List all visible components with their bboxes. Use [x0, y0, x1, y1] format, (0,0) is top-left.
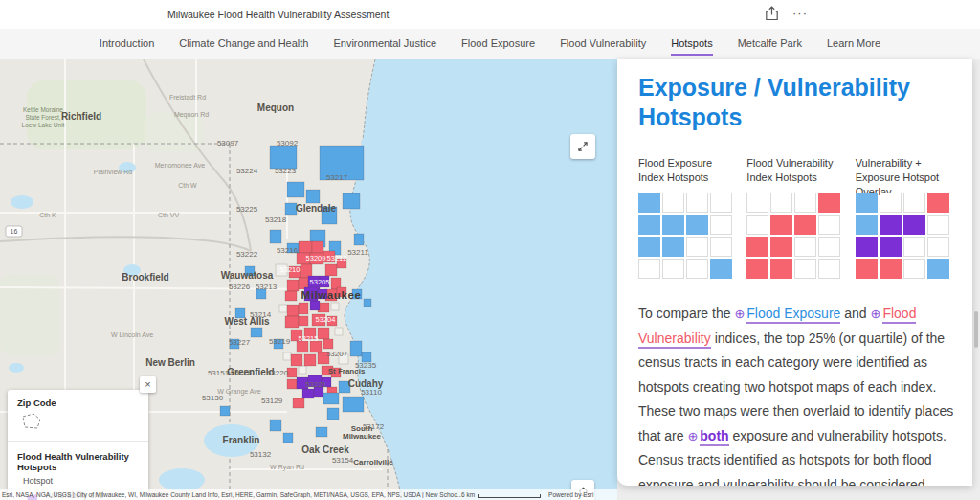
map-label: Wauwatosa [221, 270, 274, 281]
map-label: 53204 [316, 315, 336, 324]
tab-environmental-justice[interactable]: Environmental Justice [333, 34, 436, 56]
hotspot-figures: Flood Exposure Index HotspotsFlood Vulne… [638, 156, 949, 279]
map-label: 53223 [275, 167, 297, 175]
census-tract [354, 234, 364, 245]
grid-cell [818, 215, 840, 235]
map-label: 53214 [250, 310, 272, 319]
legend-hotspots-title: Flood Health Vulnerability Hotspots [17, 451, 139, 472]
grid-cell [638, 259, 660, 279]
census-tract [343, 397, 364, 412]
census-tract [220, 406, 230, 416]
expand-icon [576, 140, 590, 153]
map-label: Mequon Rd [174, 111, 209, 119]
census-tract [323, 393, 339, 404]
app-title: Milwaukee Flood Health Vulnerability Ass… [167, 9, 389, 20]
scale-bar: 6 km [461, 491, 541, 498]
story-panel: Exposure / Vulnerability Hotspots Flood … [617, 59, 972, 486]
census-tract [299, 316, 308, 326]
map-container[interactable]: 16 MilwaukeeMequonRichfieldBrookfieldWau… [0, 59, 617, 500]
tab-flood-vulnerability[interactable]: Flood Vulnerability [560, 34, 646, 56]
zip-code-polygon-icon [19, 412, 44, 431]
map-label: 53212 [327, 254, 347, 262]
grid-cell [927, 215, 949, 235]
panel-paragraph: To compare the ⊕Flood Exposure and ⊕Floo… [638, 302, 956, 486]
grid-cell [880, 215, 902, 235]
map-label: 53213 [256, 283, 278, 291]
map-label: 53217 [326, 173, 348, 182]
legend-zip-title: Zip Code [17, 398, 139, 408]
grid-cell [903, 193, 925, 213]
census-tract [302, 389, 314, 398]
census-tract [270, 230, 281, 243]
map-label: W Grange Ave [217, 388, 261, 396]
map-label: Carrollville [353, 458, 393, 466]
map-label: State Forest, [25, 114, 60, 121]
grid-cell [903, 237, 925, 257]
figure-label: Flood Exposure Index Hotspots [638, 156, 732, 187]
scale-line [478, 494, 541, 498]
map-label: 53218 [265, 216, 287, 224]
map-label: Kettle Moraine [23, 106, 63, 113]
census-tract [364, 299, 371, 307]
map-label: Cth K [39, 212, 56, 218]
hotspot-grid [856, 193, 949, 279]
figure-2: Flood Vulnerability Index Hotspots [746, 156, 840, 279]
circle-plus-icon: ⊕ [734, 307, 745, 321]
more-options-button[interactable]: ··· [787, 2, 810, 23]
route-badge: 16 [6, 226, 22, 237]
header-bar: Milwaukee Flood Health Vulnerability Ass… [0, 0, 980, 29]
grid-cell [638, 193, 660, 213]
grid-cell [856, 259, 878, 279]
flood-exposure-link[interactable]: Flood Exposure [746, 306, 840, 324]
tab-flood-exposure[interactable]: Flood Exposure [461, 34, 535, 56]
map-label: 53210 [280, 265, 301, 274]
map-label: 53215 [299, 334, 319, 343]
census-tract [343, 193, 360, 209]
tab-hotspots[interactable]: Hotspots [671, 34, 712, 56]
map-label: Cth W [178, 182, 197, 189]
panel-heading: Exposure / Vulnerability Hotspots [638, 73, 925, 131]
census-tract [270, 420, 281, 431]
scrollbar-thumb[interactable] [974, 311, 978, 348]
grid-cell [686, 193, 708, 213]
legend-close-button[interactable]: × [140, 376, 156, 393]
map-label: 53110 [361, 388, 382, 397]
map-label: Menomonee Ave [155, 162, 206, 169]
map-label: 53220 [267, 369, 289, 377]
census-tract [293, 398, 304, 408]
fullscreen-button[interactable] [570, 134, 595, 159]
tab-climate-change-and-health[interactable]: Climate Change and Health [179, 34, 308, 56]
map-label: 53172 [363, 422, 385, 431]
tab-learn-more[interactable]: Learn More [827, 34, 880, 56]
map-label: New Berlin [145, 357, 195, 368]
tab-metcalfe-park[interactable]: Metcalfe Park [738, 34, 802, 56]
map-label: 53130 [202, 394, 224, 402]
both-link[interactable]: both [700, 428, 728, 446]
map-label: 53235 [355, 361, 377, 370]
map-label: Brookfield [122, 272, 168, 283]
census-tract [285, 291, 297, 301]
share-button[interactable] [762, 6, 781, 23]
census-tract [325, 264, 337, 276]
grid-cell [927, 193, 949, 213]
grid-cell [686, 215, 708, 235]
attribution-text: Esri, NASA, NGA, USGS | City of Milwauke… [2, 491, 461, 498]
census-tract [270, 146, 297, 169]
map-label: 53219 [269, 337, 291, 346]
map-label: 53228 [231, 368, 253, 376]
grid-cell [638, 215, 660, 235]
map-legend: × Zip Code Flood Health Vulnerability Ho… [8, 390, 148, 500]
grid-cell [662, 259, 684, 279]
census-tract [287, 368, 297, 377]
grid-cell [818, 259, 840, 279]
map-label: Franklin [223, 435, 260, 445]
grid-cell [818, 193, 840, 213]
census-tract [287, 305, 299, 316]
forest-area [0, 274, 59, 356]
grid-cell [794, 193, 816, 213]
grid-cell [746, 259, 768, 279]
tab-introduction[interactable]: Introduction [100, 34, 154, 56]
census-tract [287, 280, 299, 291]
grid-cell [686, 259, 708, 279]
map-label: 53151 [208, 369, 230, 377]
